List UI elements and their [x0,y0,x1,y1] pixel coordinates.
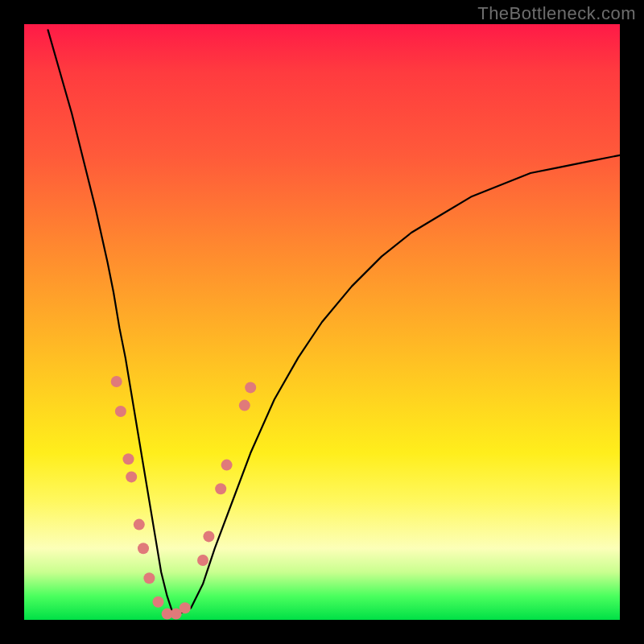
curve-marker [134,519,145,530]
curve-marker [215,483,226,494]
curve-marker [239,400,250,411]
watermark-text: TheBottleneck.com [477,3,636,24]
curve-marker [221,460,233,471]
chart-svg [24,24,620,620]
curve-marker [123,453,134,464]
chart-plot-area [24,24,620,620]
curve-marker [143,572,155,584]
curve-marker [197,555,208,566]
curve-marker [111,376,122,387]
curve-marker [245,382,256,393]
curve-marker [203,530,214,542]
chart-frame: TheBottleneck.com [0,0,644,644]
curve-marker [138,543,149,554]
bottleneck-curve [48,30,620,613]
curve-marker [115,406,126,417]
curve-marker [126,471,137,482]
curve-marker [153,597,164,608]
curve-marker [180,602,191,613]
